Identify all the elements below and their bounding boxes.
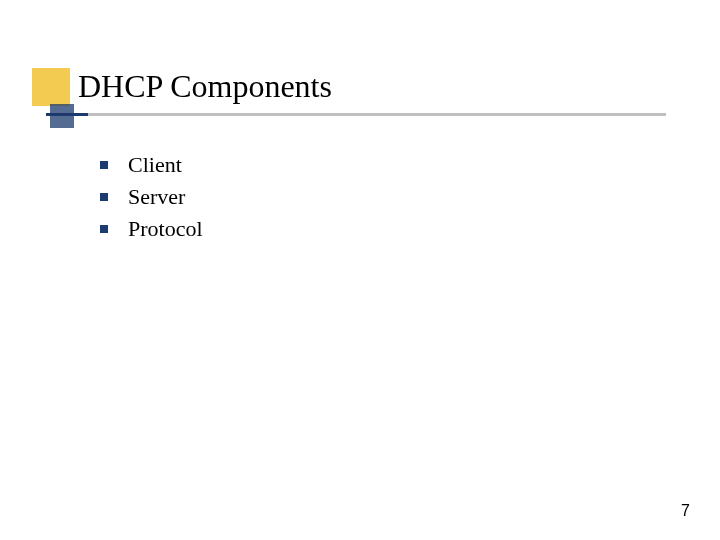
bullet-text: Server: [128, 184, 185, 210]
bullet-square-icon: [100, 161, 108, 169]
bullet-text: Client: [128, 152, 182, 178]
title-container: DHCP Components: [70, 68, 720, 116]
decorative-yellow-square: [32, 68, 70, 106]
list-item: Server: [100, 184, 720, 210]
bullet-square-icon: [100, 225, 108, 233]
underline-gray-segment: [46, 113, 666, 116]
bullet-square-icon: [100, 193, 108, 201]
title-underline: [46, 113, 720, 116]
page-number: 7: [681, 502, 690, 520]
list-item: Protocol: [100, 216, 720, 242]
decorative-navy-square: [50, 104, 74, 128]
bullet-text: Protocol: [128, 216, 203, 242]
slide-content: Client Server Protocol: [100, 152, 720, 242]
slide-title: DHCP Components: [78, 68, 720, 113]
list-item: Client: [100, 152, 720, 178]
slide-header: DHCP Components: [0, 0, 720, 116]
